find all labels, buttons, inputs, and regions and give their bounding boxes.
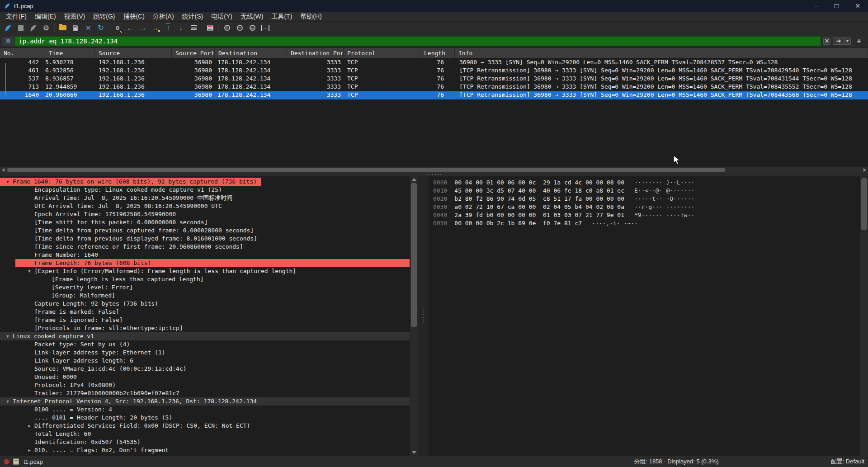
column-header-destination[interactable]: Destination: [215, 48, 287, 58]
hex-row[interactable]: 005000 00 00 0b 2c 1b 69 0e f0 7e 81 c7·…: [429, 219, 860, 227]
hscrollbar-thumb[interactable]: [7, 168, 725, 172]
detail-line[interactable]: [Frame is marked: False]: [0, 308, 410, 316]
menu-item-1[interactable]: 文件(F): [2, 12, 31, 21]
auto-scroll-button[interactable]: [188, 23, 199, 33]
hex-row[interactable]: 0030a0 02 72 10 67 ca 00 00 02 04 05 b4 …: [429, 203, 860, 211]
scroll-right-arrow-icon[interactable]: [863, 168, 866, 172]
column-header-info[interactable]: Info: [455, 48, 868, 58]
maximize-button[interactable]: [826, 0, 847, 12]
tree-collapsed-icon[interactable]: ▶: [26, 446, 33, 454]
detail-line[interactable]: Protocol: IPv4 (0x0800): [0, 381, 410, 389]
find-packet-button[interactable]: [112, 23, 123, 33]
minimize-button[interactable]: [806, 0, 826, 12]
details-vscrollbar[interactable]: [410, 176, 418, 456]
hex-bytes[interactable]: 45 00 00 3c d5 07 40 00 40 06 fe 18 c0 a…: [454, 187, 624, 194]
open-file-button[interactable]: [57, 23, 69, 33]
detail-line[interactable]: ▼Internet Protocol Version 4, Src: 192.1…: [0, 397, 410, 406]
column-header-time[interactable]: Time: [45, 48, 95, 58]
filter-apply-button[interactable]: ➜: [833, 38, 844, 45]
menu-item-8[interactable]: 电话(Y): [207, 12, 236, 21]
stop-capture-button[interactable]: [15, 23, 27, 33]
packet-row[interactable]: 71312.944859192.168.1.23636980178.128.24…: [0, 83, 868, 91]
zoom-in-button[interactable]: +: [221, 23, 233, 33]
detail-line[interactable]: Encapsulation type: Linux cooked-mode ca…: [0, 186, 410, 194]
capture-comment-icon[interactable]: [13, 458, 19, 465]
packet-row[interactable]: 4425.930278192.168.1.23636980178.128.242…: [0, 59, 868, 67]
detail-line[interactable]: [Time delta from previous displayed fram…: [0, 235, 410, 243]
filter-add-button[interactable]: +: [855, 38, 863, 45]
detail-line[interactable]: Packet type: Sent by us (4): [0, 340, 410, 349]
detail-line[interactable]: Link-layer address type: Ethernet (1): [0, 349, 410, 357]
details-scrollbar-thumb[interactable]: [411, 183, 417, 327]
display-filter-input[interactable]: ip.addr eq 178.128.242.134: [14, 36, 821, 46]
go-first-packet-button[interactable]: ↑: [162, 23, 174, 33]
detail-line[interactable]: ▼[Expert Info (Error/Malformed): Frame l…: [0, 267, 410, 275]
detail-line[interactable]: ▶Differentiated Services Field: 0x00 (DS…: [0, 422, 410, 430]
detail-line[interactable]: Trailer: 21779e010000000b2c1b690ef07e81c…: [0, 389, 410, 397]
hex-row[interactable]: 00402a 39 fd b0 00 00 00 00 01 03 03 07 …: [429, 211, 860, 219]
hex-bytes[interactable]: 00 04 00 01 00 06 00 0c 29 1a cd 4c 00 0…: [454, 179, 624, 186]
detail-line[interactable]: Arrival Time: Jul 8, 2025 16:16:20.54599…: [0, 194, 410, 202]
hex-bytes[interactable]: b2 80 f2 86 90 74 0d 05 c8 51 17 fa 00 0…: [454, 195, 624, 202]
close-file-button[interactable]: ✕: [82, 23, 94, 33]
hex-row[interactable]: 000000 04 00 01 00 06 00 0c 29 1a cd 4c …: [429, 179, 860, 187]
detail-line[interactable]: Identification: 0xd507 (54535): [0, 438, 410, 446]
start-capture-button[interactable]: [2, 23, 14, 33]
tree-expanded-icon[interactable]: ▼: [4, 178, 11, 186]
detail-line[interactable]: [Protocols in frame: sll:ethertype:ip:tc…: [0, 324, 410, 332]
detail-line[interactable]: [Time since reference or first frame: 20…: [0, 243, 410, 251]
column-header-length[interactable]: Length: [420, 48, 455, 58]
menu-item-10[interactable]: 工具(T): [267, 12, 296, 21]
packet-row-selected[interactable]: 164020.960860192.168.1.23636980178.128.2…: [0, 91, 868, 99]
expert-info-indicator-icon[interactable]: [4, 459, 9, 465]
detail-line[interactable]: UTC Arrival Time: Jul 8, 2025 08:16:20.5…: [0, 202, 410, 210]
close-button[interactable]: ✕: [847, 0, 868, 12]
filter-apply-dropdown[interactable]: ▼: [844, 38, 851, 45]
scroll-left-arrow-icon[interactable]: [2, 168, 5, 172]
restart-capture-button[interactable]: [28, 23, 39, 33]
bytes-scrollbar-thumb[interactable]: [861, 178, 867, 230]
detail-line[interactable]: Frame Length: 76 bytes (608 bits): [15, 259, 410, 267]
status-profile[interactable]: 配置: Default: [831, 458, 864, 466]
detail-line[interactable]: [Frame is ignored: False]: [0, 316, 410, 324]
menu-item-11[interactable]: 帮助(H): [296, 12, 326, 21]
detail-line[interactable]: Frame Number: 1640: [0, 251, 410, 259]
go-to-packet-button[interactable]: →: [150, 23, 161, 33]
column-header-protocol[interactable]: Protocol: [344, 48, 420, 58]
detail-line[interactable]: [Group: Malformed]: [0, 292, 410, 300]
detail-line[interactable]: ▼Frame 1640: 76 bytes on wire (608 bits)…: [0, 178, 261, 186]
menu-item-9[interactable]: 无线(W): [236, 12, 268, 21]
hex-bytes[interactable]: a0 02 72 10 67 ca 00 00 02 04 05 b4 04 0…: [454, 203, 624, 210]
detail-line[interactable]: [Time delta from previous captured frame…: [0, 226, 410, 235]
menu-item-6[interactable]: 分析(A): [149, 12, 178, 21]
pane-splitter-horizontal[interactable]: [0, 173, 868, 176]
capture-options-button[interactable]: ⚙: [40, 23, 52, 33]
colorize-button[interactable]: [204, 23, 216, 33]
column-header-destination-port[interactable]: Destination Port: [287, 48, 344, 58]
detail-line[interactable]: .... 0101 = Header Length: 20 bytes (5): [0, 414, 410, 422]
detail-line[interactable]: Link-layer address length: 6: [0, 357, 410, 365]
tree-expanded-icon[interactable]: ▼: [4, 397, 11, 406]
detail-line[interactable]: [Time shift for this packet: 0.000000000…: [0, 218, 410, 226]
detail-line[interactable]: [Frame length is less than captured leng…: [0, 275, 410, 283]
go-forward-button[interactable]: →: [137, 23, 149, 33]
menu-item-3[interactable]: 视图(V): [60, 12, 90, 21]
tree-expanded-icon[interactable]: ▼: [26, 267, 33, 275]
menu-item-2[interactable]: 编辑(E): [31, 12, 60, 21]
bytes-vscrollbar[interactable]: [860, 176, 868, 456]
pane-splitter-vertical[interactable]: [418, 176, 429, 456]
go-last-packet-button[interactable]: ↓: [175, 23, 187, 33]
column-header-source-port[interactable]: Source Port: [172, 48, 215, 58]
menu-item-5[interactable]: 捕获(C): [119, 12, 148, 21]
zoom-out-button[interactable]: −: [234, 23, 245, 33]
scroll-down-arrow-icon[interactable]: [412, 451, 416, 454]
detail-line[interactable]: Capture Length: 92 bytes (736 bits): [0, 300, 410, 308]
detail-line[interactable]: [Severity level: Error]: [0, 283, 410, 292]
detail-line[interactable]: Unused: 0000: [0, 373, 410, 381]
go-back-button[interactable]: ←: [124, 23, 136, 33]
filter-bookmark-button[interactable]: [2, 36, 14, 46]
filter-clear-button[interactable]: ✕: [823, 38, 830, 45]
scroll-up-arrow-icon[interactable]: [412, 178, 416, 181]
detail-line[interactable]: Source: VMware_1a:cd:4c (00:0c:29:1a:cd:…: [0, 365, 410, 373]
hex-row[interactable]: 0020b2 80 f2 86 90 74 0d 05 c8 51 17 fa …: [429, 195, 860, 203]
